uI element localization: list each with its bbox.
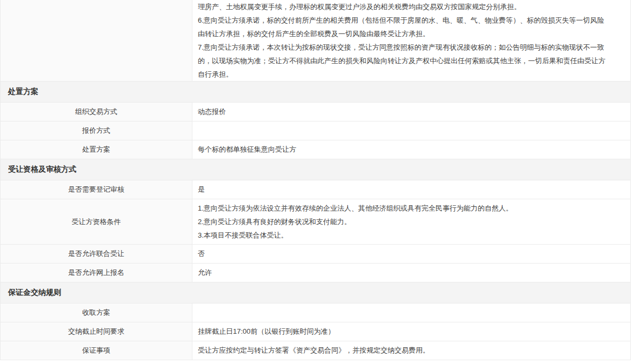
row-value-transfer-conditions: 理房产、土地权属变更手续，办理标的权属变更过户涉及的相关税费均由交易双方按国家规…: [192, 0, 630, 81]
table-row: 处置方案每个标的都单独征集意向受让方: [1, 140, 630, 159]
text-line: 自行承担。: [198, 68, 625, 81]
section-header: 保证金交纳规则: [1, 282, 630, 304]
row-label: 组织交易方式: [1, 103, 192, 121]
row-label: [1, 0, 192, 81]
row-label: 收取方案: [1, 304, 192, 322]
text-line: 2.意向受让方须具有良好的财务状况和支付能力。: [198, 215, 625, 228]
table-row: 报价方式: [1, 122, 630, 140]
text-line: 由转让方承担，标的交付后产生的全部税费及一切风险由最终受让方承担。: [198, 27, 625, 41]
row-value: [192, 304, 630, 322]
row-label: 是否允许联合受让: [1, 245, 192, 263]
row-value: 受让方应按约定与转让方签署《资产交易合同》，并按规定交纳交易费用。: [192, 341, 630, 360]
table-row: 交纳截止时间要求挂牌截止日17:00前（以银行到账时间为准）: [1, 322, 630, 341]
row-value: 是: [192, 180, 630, 199]
section-header: 受让资格及审核方式: [1, 159, 630, 180]
table-row-continued: 理房产、土地权属变更手续，办理标的权属变更过户涉及的相关税费均由交易双方按国家规…: [1, 0, 630, 82]
row-label: 保证事项: [1, 341, 192, 360]
table-row: 是否允许联合受让否: [1, 245, 630, 264]
listing-detail-table: 理房产、土地权属变更手续，办理标的权属变更过户涉及的相关税费均由交易双方按国家规…: [0, 0, 631, 360]
section-header: 处置方案: [1, 82, 630, 103]
table-row: 保证事项受让方应按约定与转让方签署《资产交易合同》，并按规定交纳交易费用。: [1, 341, 630, 360]
table-row: 是否需要登记审核是: [1, 180, 630, 199]
table-row: 收取方案: [1, 304, 630, 322]
row-label: 是否需要登记审核: [1, 180, 192, 199]
text-line: 的，以现场实物为准；受让方不得就由此产生的损失和风险向转让方及产权中心提出任何索…: [198, 54, 625, 68]
row-value: 挂牌截止日17:00前（以银行到账时间为准）: [192, 322, 630, 341]
table-row: 是否允许网上报名允许: [1, 264, 630, 282]
row-value: 动态报价: [192, 103, 630, 121]
table-row: 受让方资格条件1.意向受让方须为依法设立并有效存续的企业法人、其他经济组织或具有…: [1, 199, 630, 245]
row-label: 处置方案: [1, 140, 192, 159]
row-value: [192, 122, 630, 140]
text-line: 7.意向受让方须承诺，本次转让为按标的现状交接，受让方同意按照标的资产现有状况接…: [198, 41, 625, 54]
row-label: 是否允许网上报名: [1, 264, 192, 282]
row-label: 交纳截止时间要求: [1, 322, 192, 341]
text-line: 1.意向受让方须为依法设立并有效存续的企业法人、其他经济组织或具有完全民事行为能…: [198, 201, 625, 215]
row-value: 允许: [192, 264, 630, 282]
text-line: 3.本项目不接受联合体受让。: [198, 228, 625, 242]
row-label: 报价方式: [1, 122, 192, 140]
table-row: 组织交易方式动态报价: [1, 103, 630, 122]
row-value: 每个标的都单独征集意向受让方: [192, 140, 630, 159]
text-line: 6.意向受让方须承诺，标的交付前所产生的相关费用（包括但不限于房屋的水、电、暖、…: [198, 14, 625, 27]
text-line: 理房产、土地权属变更手续，办理标的权属变更过户涉及的相关税费均由交易双方按国家规…: [198, 0, 625, 14]
row-label: 受让方资格条件: [1, 199, 192, 244]
row-value: 1.意向受让方须为依法设立并有效存续的企业法人、其他经济组织或具有完全民事行为能…: [192, 199, 630, 244]
row-value: 否: [192, 245, 630, 263]
